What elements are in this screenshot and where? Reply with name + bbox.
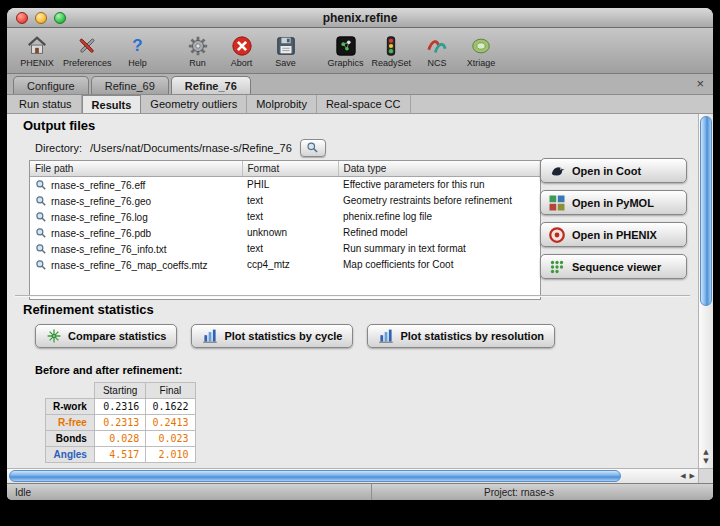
- column-header-data-type[interactable]: Data type: [338, 161, 540, 177]
- open-in-phenix-button[interactable]: Open in PHENIX: [540, 222, 687, 247]
- tab-run-status[interactable]: Run status: [10, 95, 82, 113]
- toolbar-button-run[interactable]: Run: [176, 33, 220, 69]
- toolbar-label: Abort: [231, 58, 253, 68]
- tab-configure[interactable]: Configure: [13, 76, 89, 94]
- section-divider: [15, 295, 690, 297]
- vertical-scrollbar-thumb[interactable]: [700, 116, 712, 306]
- stats-row-label: R-work: [46, 399, 95, 415]
- table-row[interactable]: rnase-s_refine_76.geo text Geometry rest…: [30, 193, 540, 209]
- table-row[interactable]: rnase-s_refine_76_info.txt text Run summ…: [30, 241, 540, 257]
- stats-row-label: Angles: [46, 447, 95, 463]
- stats-corner-cell: [46, 383, 95, 399]
- horizontal-scrollbar[interactable]: ◀ ▶: [7, 468, 698, 483]
- bar-chart-icon: [202, 328, 218, 344]
- refinement-stats-table: Starting Final R-work 0.2316 0.1622 R-fr…: [45, 382, 196, 463]
- directory-label: Directory:: [35, 142, 82, 154]
- scroll-left-arrow-icon[interactable]: ◀: [680, 472, 685, 480]
- stats-starting-value: 0.028: [94, 431, 145, 447]
- minimize-window-button[interactable]: [35, 12, 47, 24]
- tab-label: Refine_69: [105, 80, 155, 92]
- button-label: Compare statistics: [68, 330, 166, 342]
- file-name: rnase-s_refine_76.pdb: [51, 228, 151, 239]
- file-format: unknown: [242, 225, 338, 241]
- scroll-up-arrow-icon[interactable]: ▲: [703, 448, 708, 457]
- toolbar-button-abort[interactable]: Abort: [220, 33, 264, 69]
- column-header-file-path[interactable]: File path: [30, 161, 242, 177]
- toolbar-label: Preferences: [63, 58, 112, 68]
- toolbar-button-phenix[interactable]: PHENIX: [15, 33, 59, 69]
- tab-geometry-outliers[interactable]: Geometry outliers: [141, 95, 247, 113]
- results-panel: Output files Directory: /Users/nat/Docum…: [7, 114, 713, 483]
- toolbar-button-readyset[interactable]: ReadySet: [368, 33, 416, 69]
- tab-real-space-cc[interactable]: Real-space CC: [317, 95, 411, 113]
- vertical-scrollbar[interactable]: ▲ ▼: [698, 114, 713, 468]
- open-in-pymol-button[interactable]: Open in PyMOL: [540, 190, 687, 215]
- toolbar-button-save[interactable]: Save: [264, 33, 308, 69]
- horizontal-scrollbar-thumb[interactable]: [9, 470, 621, 482]
- scroll-right-arrow-icon[interactable]: ▶: [690, 472, 695, 480]
- phenix-home-icon: [26, 35, 48, 57]
- file-format: text: [242, 241, 338, 257]
- button-label: Plot statistics by cycle: [224, 330, 342, 342]
- output-files-heading: Output files: [23, 118, 95, 133]
- magnifier-icon: [35, 259, 47, 271]
- stats-starting-value: 0.2316: [94, 399, 145, 415]
- close-window-button[interactable]: [16, 12, 28, 24]
- file-data-type: Map coefficients for Coot: [338, 257, 540, 273]
- horizontal-scroll-arrows: ◀ ▶: [680, 469, 695, 483]
- tab-results[interactable]: Results: [82, 95, 142, 113]
- button-label: Plot statistics by resolution: [400, 330, 544, 342]
- stats-final-value: 2.010: [146, 447, 195, 463]
- tab-molprobity[interactable]: Molprobity: [247, 95, 317, 113]
- toolbar-button-xtriage[interactable]: Xtriage: [459, 33, 503, 69]
- sequence-viewer-button[interactable]: Sequence viewer: [540, 254, 687, 279]
- tab-refine-69[interactable]: Refine_69: [91, 76, 169, 94]
- button-label: Open in PHENIX: [572, 229, 657, 241]
- plot-by-resolution-button[interactable]: Plot statistics by resolution: [367, 324, 555, 348]
- stats-starting-value: 4.517: [94, 447, 145, 463]
- close-tab-icon[interactable]: ×: [696, 77, 704, 91]
- status-text: Idle: [7, 487, 371, 498]
- zoom-window-button[interactable]: [54, 12, 66, 24]
- ncs-icon: [426, 35, 448, 57]
- pymol-icon: [548, 194, 566, 212]
- project-label: Project: rnase-s: [371, 484, 713, 500]
- open-in-coot-button[interactable]: Open in Coot: [540, 158, 687, 183]
- magnifier-icon: [35, 211, 47, 223]
- table-row[interactable]: rnase-s_refine_76.eff PHIL Effective par…: [30, 177, 540, 193]
- tab-refine-76[interactable]: Refine_76: [171, 76, 251, 94]
- file-name: rnase-s_refine_76.eff: [51, 180, 145, 191]
- toolbar-button-ncs[interactable]: NCS: [415, 33, 459, 69]
- abort-icon: [231, 35, 253, 57]
- magnifier-icon: [306, 141, 319, 156]
- browse-directory-button[interactable]: [300, 139, 326, 157]
- compare-statistics-button[interactable]: Compare statistics: [35, 324, 177, 348]
- toolbar-button-help[interactable]: ? Help: [116, 33, 160, 69]
- scroll-down-arrow-icon[interactable]: ▼: [703, 457, 708, 466]
- file-format: PHIL: [242, 177, 338, 193]
- open-actions: Open in Coot Open in PyMOL Open in PHENI…: [540, 158, 687, 279]
- output-files-table: File path Format Data type rnase-s_refin…: [29, 160, 541, 300]
- stats-final-value: 0.1622: [146, 399, 195, 415]
- table-row[interactable]: rnase-s_refine_76.pdb unknown Refined mo…: [30, 225, 540, 241]
- column-header-format[interactable]: Format: [242, 161, 338, 177]
- tab-label: Real-space CC: [326, 98, 401, 110]
- toolbar-label: ReadySet: [372, 58, 412, 68]
- file-data-type: phenix.refine log file: [338, 209, 540, 225]
- phenix-refine-window: phenix.refine PHENIX Preferences ? Help …: [7, 8, 713, 500]
- before-after-label: Before and after refinement:: [35, 364, 182, 376]
- table-row[interactable]: rnase-s_refine_76.log text phenix.refine…: [30, 209, 540, 225]
- magnifier-icon: [35, 243, 47, 255]
- magnifier-icon: [35, 195, 47, 207]
- toolbar-button-graphics[interactable]: Graphics: [324, 33, 368, 69]
- stats-starting-value: 0.2313: [94, 415, 145, 431]
- toolbar-button-preferences[interactable]: Preferences: [59, 33, 116, 69]
- stats-row-r-work: R-work 0.2316 0.1622: [46, 399, 196, 415]
- tab-label: Molprobity: [256, 98, 307, 110]
- stats-row-r-free: R-free 0.2313 0.2413: [46, 415, 196, 431]
- titlebar[interactable]: phenix.refine: [7, 8, 713, 28]
- plot-by-cycle-button[interactable]: Plot statistics by cycle: [191, 324, 353, 348]
- file-data-type: Refined model: [338, 225, 540, 241]
- toolbar-label: NCS: [428, 58, 447, 68]
- table-row[interactable]: rnase-s_refine_76_map_coeffs.mtz ccp4_mt…: [30, 257, 540, 273]
